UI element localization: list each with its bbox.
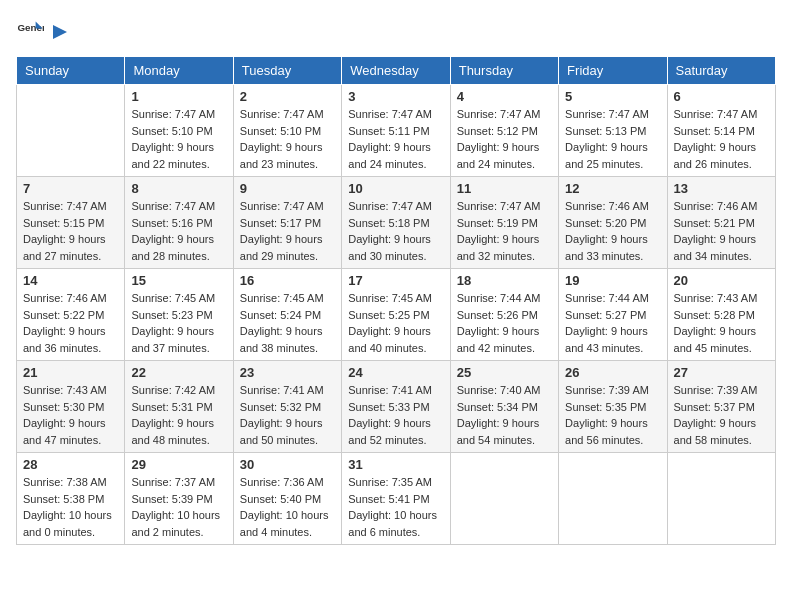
day-number: 5 [565, 89, 660, 104]
calendar-week-row: 7Sunrise: 7:47 AMSunset: 5:15 PMDaylight… [17, 177, 776, 269]
day-number: 21 [23, 365, 118, 380]
day-info: Sunrise: 7:46 AMSunset: 5:21 PMDaylight:… [674, 198, 769, 264]
day-info: Sunrise: 7:43 AMSunset: 5:28 PMDaylight:… [674, 290, 769, 356]
calendar-header-friday: Friday [559, 57, 667, 85]
day-info: Sunrise: 7:47 AMSunset: 5:10 PMDaylight:… [131, 106, 226, 172]
calendar-cell: 25Sunrise: 7:40 AMSunset: 5:34 PMDayligh… [450, 361, 558, 453]
calendar-cell: 11Sunrise: 7:47 AMSunset: 5:19 PMDayligh… [450, 177, 558, 269]
calendar-cell: 6Sunrise: 7:47 AMSunset: 5:14 PMDaylight… [667, 85, 775, 177]
day-info: Sunrise: 7:46 AMSunset: 5:22 PMDaylight:… [23, 290, 118, 356]
calendar-cell: 23Sunrise: 7:41 AMSunset: 5:32 PMDayligh… [233, 361, 341, 453]
day-number: 12 [565, 181, 660, 196]
calendar-cell: 26Sunrise: 7:39 AMSunset: 5:35 PMDayligh… [559, 361, 667, 453]
calendar-cell: 24Sunrise: 7:41 AMSunset: 5:33 PMDayligh… [342, 361, 450, 453]
calendar-week-row: 21Sunrise: 7:43 AMSunset: 5:30 PMDayligh… [17, 361, 776, 453]
day-number: 27 [674, 365, 769, 380]
calendar-cell: 21Sunrise: 7:43 AMSunset: 5:30 PMDayligh… [17, 361, 125, 453]
logo-icon: General [16, 16, 44, 44]
day-info: Sunrise: 7:47 AMSunset: 5:17 PMDaylight:… [240, 198, 335, 264]
calendar-cell: 10Sunrise: 7:47 AMSunset: 5:18 PMDayligh… [342, 177, 450, 269]
day-number: 16 [240, 273, 335, 288]
day-number: 3 [348, 89, 443, 104]
day-info: Sunrise: 7:39 AMSunset: 5:37 PMDaylight:… [674, 382, 769, 448]
calendar-header-tuesday: Tuesday [233, 57, 341, 85]
calendar-cell: 29Sunrise: 7:37 AMSunset: 5:39 PMDayligh… [125, 453, 233, 545]
calendar-cell: 1Sunrise: 7:47 AMSunset: 5:10 PMDaylight… [125, 85, 233, 177]
day-number: 2 [240, 89, 335, 104]
calendar-cell: 15Sunrise: 7:45 AMSunset: 5:23 PMDayligh… [125, 269, 233, 361]
day-number: 15 [131, 273, 226, 288]
day-info: Sunrise: 7:44 AMSunset: 5:27 PMDaylight:… [565, 290, 660, 356]
calendar-cell: 18Sunrise: 7:44 AMSunset: 5:26 PMDayligh… [450, 269, 558, 361]
day-number: 18 [457, 273, 552, 288]
day-info: Sunrise: 7:39 AMSunset: 5:35 PMDaylight:… [565, 382, 660, 448]
day-number: 14 [23, 273, 118, 288]
calendar-week-row: 14Sunrise: 7:46 AMSunset: 5:22 PMDayligh… [17, 269, 776, 361]
day-info: Sunrise: 7:47 AMSunset: 5:11 PMDaylight:… [348, 106, 443, 172]
day-number: 1 [131, 89, 226, 104]
day-info: Sunrise: 7:41 AMSunset: 5:32 PMDaylight:… [240, 382, 335, 448]
day-number: 23 [240, 365, 335, 380]
calendar-cell [450, 453, 558, 545]
calendar-cell: 5Sunrise: 7:47 AMSunset: 5:13 PMDaylight… [559, 85, 667, 177]
day-info: Sunrise: 7:45 AMSunset: 5:24 PMDaylight:… [240, 290, 335, 356]
calendar-cell: 2Sunrise: 7:47 AMSunset: 5:10 PMDaylight… [233, 85, 341, 177]
day-number: 10 [348, 181, 443, 196]
day-number: 17 [348, 273, 443, 288]
day-info: Sunrise: 7:47 AMSunset: 5:13 PMDaylight:… [565, 106, 660, 172]
day-number: 7 [23, 181, 118, 196]
calendar-cell: 9Sunrise: 7:47 AMSunset: 5:17 PMDaylight… [233, 177, 341, 269]
day-number: 28 [23, 457, 118, 472]
day-number: 4 [457, 89, 552, 104]
day-info: Sunrise: 7:40 AMSunset: 5:34 PMDaylight:… [457, 382, 552, 448]
day-number: 22 [131, 365, 226, 380]
calendar-cell: 20Sunrise: 7:43 AMSunset: 5:28 PMDayligh… [667, 269, 775, 361]
calendar-header-row: SundayMondayTuesdayWednesdayThursdayFrid… [17, 57, 776, 85]
day-info: Sunrise: 7:35 AMSunset: 5:41 PMDaylight:… [348, 474, 443, 540]
calendar-header-sunday: Sunday [17, 57, 125, 85]
calendar-cell: 12Sunrise: 7:46 AMSunset: 5:20 PMDayligh… [559, 177, 667, 269]
calendar-week-row: 1Sunrise: 7:47 AMSunset: 5:10 PMDaylight… [17, 85, 776, 177]
calendar-cell [667, 453, 775, 545]
calendar-cell: 4Sunrise: 7:47 AMSunset: 5:12 PMDaylight… [450, 85, 558, 177]
day-info: Sunrise: 7:47 AMSunset: 5:12 PMDaylight:… [457, 106, 552, 172]
day-info: Sunrise: 7:47 AMSunset: 5:18 PMDaylight:… [348, 198, 443, 264]
calendar-header-monday: Monday [125, 57, 233, 85]
day-number: 30 [240, 457, 335, 472]
day-info: Sunrise: 7:45 AMSunset: 5:23 PMDaylight:… [131, 290, 226, 356]
day-number: 20 [674, 273, 769, 288]
day-info: Sunrise: 7:42 AMSunset: 5:31 PMDaylight:… [131, 382, 226, 448]
day-number: 9 [240, 181, 335, 196]
day-info: Sunrise: 7:36 AMSunset: 5:40 PMDaylight:… [240, 474, 335, 540]
day-info: Sunrise: 7:47 AMSunset: 5:10 PMDaylight:… [240, 106, 335, 172]
calendar-cell: 30Sunrise: 7:36 AMSunset: 5:40 PMDayligh… [233, 453, 341, 545]
day-number: 19 [565, 273, 660, 288]
calendar-week-row: 28Sunrise: 7:38 AMSunset: 5:38 PMDayligh… [17, 453, 776, 545]
day-info: Sunrise: 7:44 AMSunset: 5:26 PMDaylight:… [457, 290, 552, 356]
calendar-cell [17, 85, 125, 177]
day-number: 26 [565, 365, 660, 380]
day-number: 25 [457, 365, 552, 380]
calendar-cell: 27Sunrise: 7:39 AMSunset: 5:37 PMDayligh… [667, 361, 775, 453]
day-info: Sunrise: 7:46 AMSunset: 5:20 PMDaylight:… [565, 198, 660, 264]
day-number: 11 [457, 181, 552, 196]
calendar-cell: 31Sunrise: 7:35 AMSunset: 5:41 PMDayligh… [342, 453, 450, 545]
calendar-cell: 13Sunrise: 7:46 AMSunset: 5:21 PMDayligh… [667, 177, 775, 269]
logo-arrow [49, 21, 71, 43]
calendar-cell: 16Sunrise: 7:45 AMSunset: 5:24 PMDayligh… [233, 269, 341, 361]
day-info: Sunrise: 7:37 AMSunset: 5:39 PMDaylight:… [131, 474, 226, 540]
day-number: 6 [674, 89, 769, 104]
day-number: 24 [348, 365, 443, 380]
calendar-cell: 17Sunrise: 7:45 AMSunset: 5:25 PMDayligh… [342, 269, 450, 361]
calendar-header-saturday: Saturday [667, 57, 775, 85]
day-number: 31 [348, 457, 443, 472]
calendar-cell [559, 453, 667, 545]
calendar-cell: 19Sunrise: 7:44 AMSunset: 5:27 PMDayligh… [559, 269, 667, 361]
day-info: Sunrise: 7:43 AMSunset: 5:30 PMDaylight:… [23, 382, 118, 448]
day-info: Sunrise: 7:47 AMSunset: 5:16 PMDaylight:… [131, 198, 226, 264]
day-info: Sunrise: 7:41 AMSunset: 5:33 PMDaylight:… [348, 382, 443, 448]
day-number: 13 [674, 181, 769, 196]
svg-marker-2 [53, 25, 67, 39]
day-number: 29 [131, 457, 226, 472]
day-info: Sunrise: 7:38 AMSunset: 5:38 PMDaylight:… [23, 474, 118, 540]
